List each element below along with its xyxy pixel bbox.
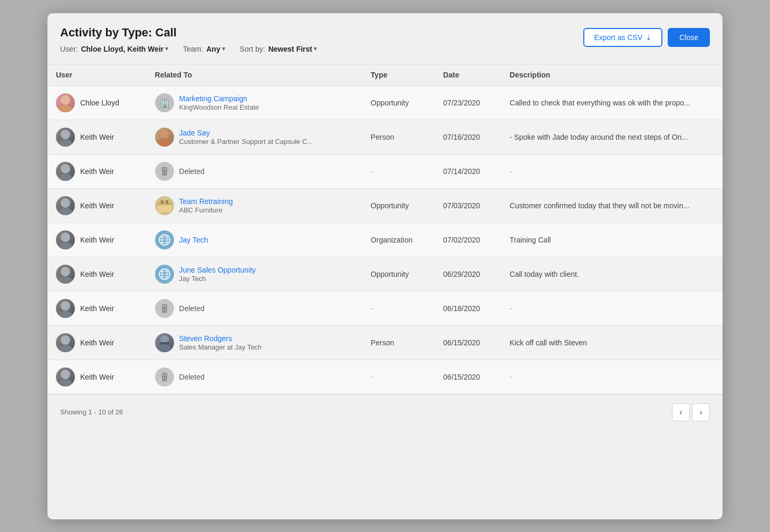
related-cell-3: Team Retraining ABC Furniture <box>147 188 362 223</box>
svg-point-3 <box>59 139 72 147</box>
desc-cell-3: Customer confirmed today that they will … <box>501 188 723 223</box>
type-cell-8: - <box>362 360 435 394</box>
user-name: Keith Weir <box>80 270 114 278</box>
related-link[interactable]: Jay Tech <box>179 236 208 244</box>
type-cell-5: Opportunity <box>362 257 435 291</box>
table-header: User Related To Type Date Description <box>47 64 723 85</box>
svg-point-4 <box>160 130 169 138</box>
date-cell-7: 06/15/2020 <box>435 325 501 360</box>
col-date: Date <box>435 64 501 85</box>
user-cell-0: Chloe Lloyd <box>47 85 147 120</box>
user-name: Keith Weir <box>80 201 114 210</box>
filter-separator-2 <box>230 45 235 53</box>
related-link[interactable]: Team Retraining <box>179 197 233 206</box>
date-cell-5: 06/29/2020 <box>435 257 501 291</box>
sort-filter-value[interactable]: Newest First <box>268 45 317 53</box>
user-filter-value[interactable]: Chloe Lloyd, Keith Weir <box>81 45 168 53</box>
download-icon: ⇣ <box>646 33 652 42</box>
modal-filters: User: Chloe Lloyd, Keith Weir Team: Any … <box>60 45 317 53</box>
modal-header: Activity by Type: Call User: Chloe Lloyd… <box>47 13 723 53</box>
related-sub: Customer & Partner Support at Capsule C.… <box>179 138 313 146</box>
type-cell-6: - <box>362 291 435 325</box>
related-cell-7: Steven Rodgers Sales Manager at Jay Tech <box>147 325 362 360</box>
related-cell-2: Deleted <box>147 154 362 188</box>
user-name: Chloe Lloyd <box>80 99 119 107</box>
desc-cell-5: Call today with client. <box>501 257 723 291</box>
desc-cell-2: - <box>501 154 723 188</box>
svg-rect-13 <box>166 200 168 204</box>
svg-point-31 <box>59 345 72 352</box>
svg-point-14 <box>61 233 70 242</box>
svg-point-0 <box>61 95 70 105</box>
pagination: ‹ › <box>672 403 710 421</box>
user-cell-8: Keith Weir <box>47 360 147 394</box>
col-type: Type <box>362 64 435 85</box>
related-link[interactable]: Marketing Campaign <box>179 94 259 103</box>
svg-point-35 <box>61 370 70 379</box>
table-row: Keith Weir Jade Say Customer & Partner S… <box>47 120 723 154</box>
related-cell-4: Jay Tech <box>147 223 362 257</box>
table-row: Keith Weir Team Retraining ABC Furniture… <box>47 188 723 223</box>
type-cell-7: Person <box>362 325 435 360</box>
svg-point-28 <box>61 301 70 311</box>
close-button[interactable]: Close <box>668 28 710 47</box>
svg-point-21 <box>61 267 70 276</box>
user-cell-3: Keith Weir <box>47 188 147 223</box>
activity-table: User Related To Type Date Description Ch… <box>47 64 723 394</box>
user-cell-7: Keith Weir <box>47 325 147 360</box>
related-cell-1: Jade Say Customer & Partner Support at C… <box>147 120 362 154</box>
related-link[interactable]: Jade Say <box>179 129 313 137</box>
next-page-button[interactable]: › <box>692 403 710 421</box>
related-sub: ABC Furniture <box>179 206 233 214</box>
modal-footer: Showing 1 - 10 of 26 ‹ › <box>47 394 723 430</box>
user-cell-2: Keith Weir <box>47 154 147 188</box>
related-cell-6: Deleted <box>147 291 362 325</box>
table-body: Chloe Lloyd 🏢 Marketing Campaign KingWoo… <box>47 85 723 394</box>
showing-text: Showing 1 - 10 of 26 <box>60 408 123 416</box>
desc-cell-6: - <box>501 291 723 325</box>
user-cell-6: Keith Weir <box>47 291 147 325</box>
related-cell-0: 🏢 Marketing Campaign KingWoodson Real Es… <box>147 85 362 120</box>
svg-point-36 <box>59 379 72 386</box>
type-cell-2: - <box>362 154 435 188</box>
svg-point-6 <box>61 164 70 173</box>
svg-rect-11 <box>158 202 171 205</box>
team-filter-label: Team: <box>183 45 203 53</box>
header-buttons: Export as CSV ⇣ Close <box>583 28 710 47</box>
date-cell-6: 06/18/2020 <box>435 291 501 325</box>
table-row: Keith Weir Deleted - 06/18/2020 - <box>47 291 723 325</box>
table-row: Chloe Lloyd 🏢 Marketing Campaign KingWoo… <box>47 85 723 120</box>
svg-point-22 <box>59 276 72 284</box>
related-name: Deleted <box>179 373 205 381</box>
related-link[interactable]: Steven Rodgers <box>179 334 262 343</box>
related-cell-8: Deleted <box>147 360 362 394</box>
related-sub: Jay Tech <box>179 275 256 283</box>
prev-page-button[interactable]: ‹ <box>672 403 690 421</box>
team-filter-value[interactable]: Any <box>206 45 225 53</box>
user-name: Keith Weir <box>80 167 114 176</box>
desc-cell-7: Kick off call with Steven <box>501 325 723 360</box>
related-name: Deleted <box>179 304 205 313</box>
svg-point-33 <box>158 344 171 352</box>
desc-cell-4: Training Call <box>501 223 723 257</box>
svg-rect-34 <box>160 342 169 344</box>
user-name: Keith Weir <box>80 133 114 141</box>
svg-rect-12 <box>161 200 163 204</box>
svg-point-5 <box>158 139 171 147</box>
type-cell-1: Person <box>362 120 435 154</box>
user-cell-1: Keith Weir <box>47 120 147 154</box>
table-row: Keith Weir Jay Tech Organization <box>47 223 723 257</box>
related-name: Deleted <box>179 167 205 176</box>
svg-point-7 <box>59 173 72 181</box>
user-filter-label: User: <box>60 45 78 53</box>
related-link[interactable]: June Sales Opportunity <box>179 266 256 274</box>
desc-cell-0: Called to check that everything was ok w… <box>501 85 723 120</box>
user-name: Keith Weir <box>80 304 114 313</box>
date-cell-0: 07/23/2020 <box>435 85 501 120</box>
modal-title: Activity by Type: Call <box>60 26 317 40</box>
export-csv-button[interactable]: Export as CSV ⇣ <box>583 28 662 47</box>
date-cell-4: 07/02/2020 <box>435 223 501 257</box>
related-cell-5: June Sales Opportunity Jay Tech <box>147 257 362 291</box>
activity-modal: Activity by Type: Call User: Chloe Lloyd… <box>47 13 723 519</box>
svg-point-15 <box>59 242 72 249</box>
